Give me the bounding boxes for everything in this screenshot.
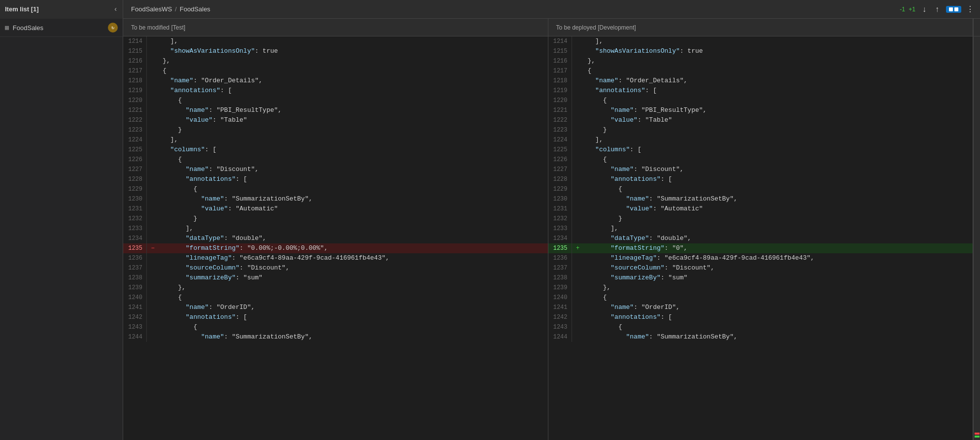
- line-content: ],: [159, 135, 178, 145]
- diff-next-button[interactable]: ↑: [933, 4, 941, 15]
- collapse-sidebar-icon[interactable]: ‹: [114, 5, 118, 13]
- line-content: {: [584, 184, 622, 194]
- gutter: [147, 322, 159, 332]
- overview-ruler-spacer: [973, 19, 980, 36]
- breadcrumb: FoodSalesWS / FoodSales: [123, 5, 892, 13]
- table-row: 1219 "annotations": [: [548, 86, 973, 96]
- line-number: 1216: [548, 56, 572, 66]
- line-number: 1230: [123, 194, 147, 204]
- line-number: 1239: [123, 283, 147, 293]
- line-content: "annotations": [: [584, 174, 673, 184]
- line-content: "dataType": "double",: [159, 234, 267, 243]
- gutter: [147, 86, 159, 96]
- right-pane[interactable]: 1214 ], 1215 "showAsVariationsOnly": tru…: [548, 36, 974, 440]
- gutter: [147, 273, 159, 283]
- line-content: {: [584, 96, 607, 105]
- line-number: 1217: [548, 66, 572, 76]
- line-content: "columns": [: [584, 145, 642, 155]
- line-content: "name": "PBI_ResultType",: [159, 105, 282, 115]
- diff-prev-button[interactable]: ↓: [920, 4, 928, 15]
- line-number: 1225: [548, 145, 572, 155]
- line-content: "name": "PBI_ResultType",: [584, 105, 707, 115]
- line-number: 1236: [548, 253, 572, 263]
- gutter: [572, 86, 584, 96]
- line-content: ],: [584, 224, 618, 234]
- table-row: 1227 "name": "Discount",: [548, 165, 973, 174]
- line-number: 1242: [548, 312, 572, 322]
- line-content: "value": "Automatic": [159, 204, 278, 214]
- line-number: 1234: [123, 234, 147, 243]
- table-row: 1233 ],: [123, 224, 548, 234]
- line-number: 1235: [123, 243, 147, 253]
- view-icon-1: [949, 7, 953, 11]
- table-row: 1223 }: [123, 125, 548, 135]
- table-row: 1229 {: [548, 184, 973, 194]
- table-row: 1235 + "formatString": "0",: [548, 243, 973, 253]
- line-content: {: [159, 293, 182, 303]
- gutter: [147, 155, 159, 165]
- more-options-button[interactable]: ⋮: [966, 4, 974, 14]
- gutter: [572, 263, 584, 273]
- line-content: "name": "Order_Details",: [159, 76, 263, 86]
- gutter: [147, 165, 159, 174]
- table-row: 1239 },: [548, 283, 973, 293]
- gutter: [147, 76, 159, 86]
- line-number: 1219: [548, 86, 572, 96]
- right-pane-header-label: To be deployed [Development]: [556, 24, 636, 31]
- line-number: 1231: [123, 204, 147, 214]
- table-row: 1224 ],: [123, 135, 548, 145]
- table-row: 1233 ],: [548, 224, 973, 234]
- line-number: 1227: [123, 165, 147, 174]
- table-row: 1232 }: [123, 214, 548, 224]
- gutter: [147, 174, 159, 184]
- line-content: "lineageTag": "e6ca9cf4-89aa-429f-9cad-4…: [159, 253, 389, 263]
- line-number: 1244: [548, 332, 572, 342]
- line-number: 1244: [123, 332, 147, 342]
- sidebar-item-foodsales[interactable]: ▦ FoodSales ↻: [0, 19, 123, 37]
- line-number: 1236: [123, 253, 147, 263]
- gutter: [572, 46, 584, 56]
- line-number: 1215: [123, 46, 147, 56]
- line-content: "name": "Order_Details",: [584, 76, 688, 86]
- gutter: [572, 125, 584, 135]
- overview-ruler: [973, 36, 980, 440]
- view-toggle-button[interactable]: [946, 6, 961, 13]
- gutter: [147, 283, 159, 293]
- line-number: 1217: [123, 66, 147, 76]
- table-row: 1231 "value": "Automatic": [123, 204, 548, 214]
- line-number: 1237: [548, 263, 572, 273]
- line-content: "name": "SummarizationSetBy",: [584, 194, 738, 204]
- line-number: 1241: [548, 303, 572, 312]
- table-row: 1241 "name": "OrderID",: [123, 303, 548, 312]
- gutter: [147, 96, 159, 105]
- sidebar-item-badge: ↻: [108, 23, 118, 33]
- line-number: 1229: [548, 184, 572, 194]
- line-content: ],: [584, 135, 603, 145]
- table-row: 1228 "annotations": [: [123, 174, 548, 184]
- table-row: 1225 "columns": [: [123, 145, 548, 155]
- line-number: 1218: [548, 76, 572, 86]
- line-content: },: [584, 56, 596, 66]
- gutter: [572, 76, 584, 86]
- line-content: "dataType": "double",: [584, 234, 692, 243]
- line-content: ],: [159, 224, 193, 234]
- gutter: [147, 194, 159, 204]
- table-row: 1239 },: [123, 283, 548, 293]
- sidebar-item-label: FoodSales: [13, 24, 43, 32]
- gutter: [147, 303, 159, 312]
- breadcrumb-separator: /: [175, 5, 177, 13]
- line-number: 1233: [123, 224, 147, 234]
- left-pane[interactable]: 1214 ], 1215 "showAsVariationsOnly": tru…: [123, 36, 548, 440]
- gutter: [147, 115, 159, 125]
- line-number: 1229: [123, 184, 147, 194]
- line-content: "formatString": "0",: [584, 243, 688, 253]
- gutter: −: [147, 243, 159, 253]
- line-number: 1230: [548, 194, 572, 204]
- left-pane-header-label: To be modified [Test]: [131, 24, 185, 31]
- line-content: "name": "SummarizationSetBy",: [159, 194, 312, 204]
- table-row: 1226 {: [123, 155, 548, 165]
- line-number: 1224: [123, 135, 147, 145]
- table-row: 1220 {: [123, 96, 548, 105]
- diff-minus-label: -1 +1: [898, 6, 915, 13]
- line-content: "name": "Discount",: [159, 165, 259, 174]
